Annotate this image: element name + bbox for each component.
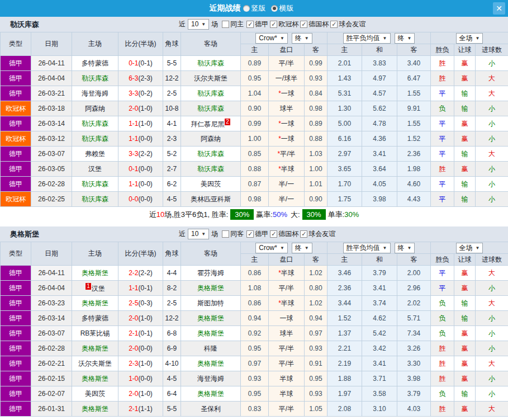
- away-odds-cell: 0.95: [305, 371, 327, 386]
- sub-header-avg-draw: 和: [362, 44, 397, 56]
- games-suffix-label: 场: [211, 229, 218, 239]
- handicap-name: 一球: [280, 314, 293, 322]
- filter-same-venue[interactable]: 同客: [222, 229, 244, 239]
- handicap-name: 平/半: [280, 150, 295, 158]
- score-cell: 1-1(1-0): [118, 116, 163, 131]
- match-row: 德甲26-03-07弗赖堡3-3(2-2)5-2勒沃库森0.85*平/半1.03…: [1, 147, 508, 162]
- summary-record: 场,胜3平6负1, 胜率:: [164, 210, 228, 220]
- games-count-select[interactable]: 10▼: [188, 19, 209, 30]
- away-odds-cell: 1.01: [305, 177, 327, 192]
- scope-select[interactable]: 全场▼: [456, 33, 483, 44]
- sub-header-handicap: 盘口: [269, 254, 305, 266]
- summary-text: 近: [149, 210, 156, 220]
- checkbox-checked-icon[interactable]: ✓: [246, 230, 254, 238]
- corner-cell: 6-8: [163, 326, 181, 341]
- handicap-result-cell: 输: [454, 86, 476, 101]
- avg-draw-cell: 3.71: [362, 371, 397, 386]
- filter-competition[interactable]: ✓欧冠杯: [270, 20, 298, 29]
- away-team-cell: 科隆: [181, 341, 241, 356]
- league-type-cell: 德甲: [1, 402, 31, 417]
- home-team-name: 奥格斯堡: [82, 299, 108, 307]
- match-row: 德甲26-02-07美因茨2-0(1-0)6-4奥格斯堡0.95半球0.931.…: [1, 386, 508, 402]
- avg-draw-cell: 4.36: [362, 131, 397, 147]
- corner-cell: 4-10: [163, 356, 181, 371]
- result-cell: 胜: [431, 402, 454, 417]
- single-rate-label: 单率:: [328, 210, 345, 220]
- checkbox-unchecked-icon[interactable]: [222, 21, 229, 28]
- filter-competition[interactable]: ✓德国杯: [270, 229, 298, 239]
- half-time-score: (0-0): [139, 375, 153, 383]
- avg-source-select[interactable]: 胜平负均值▼: [343, 243, 391, 253]
- away-odds-cell: 1.00: [305, 162, 327, 177]
- filter-competition[interactable]: ✓德甲: [246, 229, 268, 239]
- home-team-name: 勒沃库森: [82, 135, 108, 143]
- handicap-result-cell: 赢: [454, 281, 476, 296]
- filter-competition[interactable]: ✓球会友谊: [330, 20, 365, 29]
- odds-source-select[interactable]: Crow*▼: [255, 33, 288, 44]
- team-name: 勒沃库森: [0, 20, 178, 30]
- checkbox-checked-icon[interactable]: ✓: [270, 21, 277, 28]
- handicap-name: 半球: [280, 390, 293, 398]
- odds-stage-select[interactable]: 终▼: [292, 243, 312, 253]
- home-team-cell: 勒沃库森: [72, 116, 118, 131]
- half-time-score: (1-0): [139, 360, 153, 367]
- home-team-name: 海登海姆: [82, 89, 108, 97]
- sub-header-handicap: 盘口: [269, 44, 305, 56]
- half-time-score: (1-0): [139, 105, 153, 112]
- avg-lose-cell: 5.71: [397, 311, 431, 326]
- avg-draw-cell: 5.42: [362, 326, 397, 341]
- away-odds-cell: 0.93: [305, 341, 327, 356]
- filter-competition[interactable]: ✓德国杯: [300, 20, 329, 29]
- filter-competition[interactable]: ✓球会友谊: [300, 229, 335, 239]
- checkbox-checked-icon[interactable]: ✓: [300, 230, 307, 238]
- scope-group-header: 全场▼: [431, 242, 508, 254]
- match-row: 德甲26-04-11多特蒙德0-1(0-1)5-5勒沃库森0.89平/半0.99…: [1, 56, 508, 71]
- odds-source-select[interactable]: Crow*▼: [255, 243, 288, 253]
- away-team-cell: 奥格斯堡: [181, 281, 241, 296]
- filter-competition[interactable]: ✓德甲: [246, 20, 268, 29]
- away-team-name: 勒沃库森: [197, 89, 224, 97]
- checkbox-checked-icon[interactable]: ✓: [246, 21, 254, 28]
- handicap-result-cell: 赢: [454, 402, 476, 417]
- goals-result-cell: 小: [476, 311, 508, 326]
- home-team-name: 勒沃库森: [82, 74, 108, 82]
- avg-lose-cell: 4.03: [397, 402, 431, 417]
- away-team-cell: 圣保利: [181, 402, 241, 417]
- avg-lose-cell: 4.43: [397, 192, 431, 207]
- checkbox-checked-icon[interactable]: ✓: [330, 21, 338, 28]
- match-row: 欧冠杯26-02-25勒沃库森0-0(0-0)4-5奥林匹亚科斯0.98半/一0…: [1, 192, 508, 207]
- full-time-score: 3-3: [129, 150, 138, 158]
- avg-source-select[interactable]: 胜平负均值▼: [343, 33, 391, 44]
- filter-same-venue[interactable]: 同主: [222, 20, 244, 29]
- odds-stage-select[interactable]: 终▼: [292, 33, 312, 44]
- layout-radio-vertical[interactable]: 竖版: [243, 3, 266, 13]
- result-cell: 平: [431, 116, 454, 131]
- half-time-score: (0-0): [139, 345, 153, 352]
- date-cell: 26-03-07: [31, 147, 72, 162]
- full-time-score: 0-1: [129, 165, 138, 173]
- match-row: 德甲26-02-15奥格斯堡1-0(0-0)4-5海登海姆0.93半球0.951…: [1, 371, 508, 386]
- avg-win-cell: 5.31: [327, 86, 362, 101]
- avg-stage-select[interactable]: 终▼: [395, 33, 415, 44]
- home-odds-cell: 0.98: [241, 192, 269, 207]
- checkbox-checked-icon[interactable]: ✓: [270, 230, 277, 238]
- layout-radio-horizontal[interactable]: 横版: [271, 3, 294, 13]
- col-header-date: 日期: [31, 242, 72, 266]
- sub-header-avg-win: 主: [327, 44, 362, 56]
- filter-competition-label: 欧冠杯: [278, 20, 298, 29]
- avg-stage-select[interactable]: 终▼: [395, 243, 415, 253]
- col-header-type: 类型: [1, 242, 31, 266]
- chevron-down-icon: ▼: [201, 20, 206, 29]
- home-team-name: 勒沃库森: [82, 120, 108, 128]
- scope-select[interactable]: 全场▼: [456, 243, 483, 253]
- checkbox-checked-icon[interactable]: ✓: [300, 21, 307, 28]
- odds-group-header: Crow*▼ 终▼: [241, 32, 327, 44]
- home-odds-cell: 0.93: [241, 371, 269, 386]
- sub-header-goals: 进球数: [476, 44, 508, 56]
- near-label: 近: [179, 229, 186, 239]
- handicap-result-cell: 赢: [454, 326, 476, 341]
- checkbox-unchecked-icon[interactable]: [222, 230, 229, 238]
- games-count-select[interactable]: 10▼: [188, 229, 209, 239]
- handicap-name: 平/半: [279, 405, 294, 413]
- close-button[interactable]: ✕: [493, 2, 505, 15]
